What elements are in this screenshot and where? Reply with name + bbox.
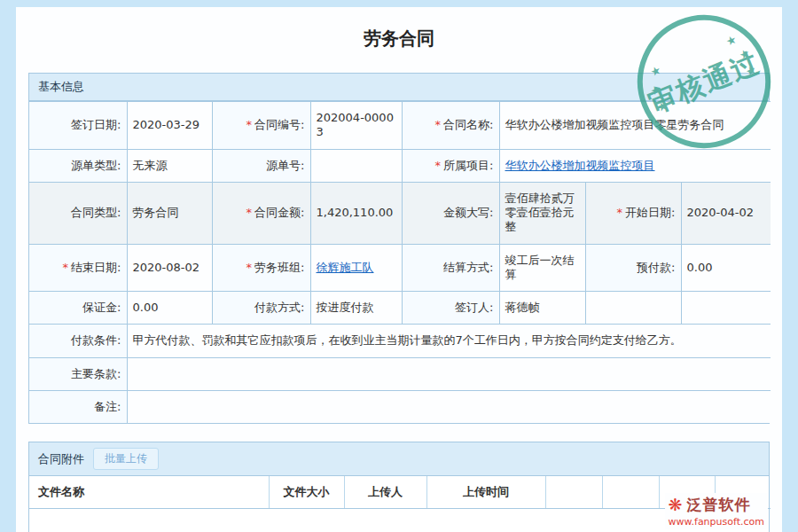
branding: ❋ 泛普软件 www.fanpusoft.com bbox=[665, 493, 768, 529]
end-date-value: 2020-08-02 bbox=[127, 244, 212, 292]
deposit-value: 0.00 bbox=[127, 292, 212, 325]
labor-team-label: *劳务班组: bbox=[212, 244, 310, 292]
settlement-label: 结算方式: bbox=[402, 244, 499, 292]
attachments-section: 合同附件 批量上传 文件名称 文件大小 上传人 上传时间 bbox=[28, 442, 770, 532]
required-asterisk: * bbox=[435, 118, 442, 131]
row-3: 合同类型: 劳务合同 *合同金额: 1,420,110.00 金额大写: 壹佰肆… bbox=[29, 182, 771, 244]
row-1: 签订日期: 2020-03-29 *合同编号: 202004-00003 *合同… bbox=[29, 102, 771, 150]
project-value: 华软办公楼增加视频监控项目 bbox=[499, 149, 771, 182]
source-type-label: 源单类型: bbox=[29, 149, 127, 182]
required-asterisk: * bbox=[617, 206, 623, 219]
signer-label: 签订人: bbox=[402, 292, 499, 325]
project-link[interactable]: 华软办公楼增加视频监控项目 bbox=[505, 159, 655, 172]
required-asterisk: * bbox=[246, 261, 253, 274]
deposit-label: 保证金: bbox=[29, 292, 127, 325]
row-5: 保证金: 0.00 付款方式: 按进度付款 签订人: 蒋德帧 bbox=[29, 292, 771, 325]
brand-url[interactable]: www.fanpusoft.com bbox=[669, 516, 764, 528]
required-asterisk: * bbox=[435, 159, 442, 172]
start-date-label: *开始日期: bbox=[585, 182, 681, 244]
basic-info-header: 基本信息 bbox=[29, 74, 769, 101]
empty-cell bbox=[585, 292, 681, 325]
remark-label: 备注: bbox=[29, 390, 127, 423]
attachments-table: 文件名称 文件大小 上传人 上传时间 bbox=[29, 476, 771, 509]
amount-caps-value: 壹佰肆拾贰万零壹佰壹拾元整 bbox=[499, 182, 585, 244]
contract-name-value: 华软办公楼增加视频监控项目零星劳务合同 bbox=[499, 102, 771, 150]
source-type-value: 无来源 bbox=[127, 149, 212, 182]
attach-col-uploader: 上传人 bbox=[344, 476, 426, 509]
basic-info-title: 基本信息 bbox=[38, 79, 84, 95]
empty-cell bbox=[681, 292, 771, 325]
labor-team-value: 徐辉施工队 bbox=[310, 244, 402, 292]
amount-caps-label: 金额大写: bbox=[402, 182, 499, 244]
attach-col-empty bbox=[545, 476, 602, 509]
prepayment-value: 0.00 bbox=[681, 244, 771, 292]
main-clauses-value bbox=[127, 357, 771, 390]
contract-type-label: 合同类型: bbox=[29, 182, 127, 244]
content-panel: 劳务合同 ★ ★ ★ ★ ★ ★ 审核通过 基本信息 签订日期: 2020-03… bbox=[16, 7, 782, 532]
attachments-empty-body bbox=[29, 509, 769, 532]
start-date-value: 2020-04-02 bbox=[681, 182, 771, 244]
pay-terms-label: 付款条件: bbox=[29, 325, 127, 357]
source-no-value bbox=[310, 149, 402, 182]
basic-info-table: 签订日期: 2020-03-29 *合同编号: 202004-00003 *合同… bbox=[29, 101, 771, 423]
required-asterisk: * bbox=[63, 261, 69, 274]
page-title: 劳务合同 bbox=[28, 7, 770, 55]
project-label: *所属项目: bbox=[402, 149, 499, 182]
prepayment-label: 预付款: bbox=[585, 244, 681, 292]
required-asterisk: * bbox=[246, 118, 253, 131]
sign-date-value: 2020-03-29 bbox=[127, 102, 212, 150]
brand-row: ❋ 泛普软件 bbox=[669, 495, 764, 515]
attach-col-filename: 文件名称 bbox=[29, 476, 269, 509]
row-8: 备注: bbox=[29, 390, 771, 423]
source-no-label: 源单号: bbox=[212, 149, 310, 182]
brand-name: 泛普软件 bbox=[686, 495, 750, 515]
settlement-value: 竣工后一次结算 bbox=[499, 244, 585, 292]
remark-value bbox=[127, 390, 771, 423]
fanpu-logo-icon: ❋ bbox=[669, 497, 683, 513]
main-clauses-label: 主要条款: bbox=[29, 357, 127, 390]
amount-label: *合同金额: bbox=[212, 182, 310, 244]
row-2: 源单类型: 无来源 源单号: *所属项目: 华软办公楼增加视频监控项目 bbox=[29, 149, 771, 182]
pay-terms-value: 甲方代付款、罚款和其它应扣款项后，在收到业主当期计量款的7个工作日内，甲方按合同… bbox=[127, 325, 771, 357]
batch-upload-button[interactable]: 批量上传 bbox=[93, 448, 159, 470]
amount-value: 1,420,110.00 bbox=[310, 182, 402, 244]
attach-col-filesize: 文件大小 bbox=[269, 476, 344, 509]
required-asterisk: * bbox=[246, 206, 253, 219]
row-6: 付款条件: 甲方代付款、罚款和其它应扣款项后，在收到业主当期计量款的7个工作日内… bbox=[29, 325, 771, 357]
attachments-title: 合同附件 bbox=[38, 451, 84, 467]
signer-value: 蒋德帧 bbox=[499, 292, 585, 325]
contract-type-value: 劳务合同 bbox=[127, 182, 212, 244]
pay-method-value: 按进度付款 bbox=[310, 292, 402, 325]
contract-no-value: 202004-00003 bbox=[310, 102, 402, 150]
sign-date-label: 签订日期: bbox=[29, 102, 127, 150]
attachments-header: 合同附件 批量上传 bbox=[29, 442, 769, 476]
row-4: *结束日期: 2020-08-02 *劳务班组: 徐辉施工队 结算方式: 竣工后… bbox=[29, 244, 771, 292]
pay-method-label: 付款方式: bbox=[212, 292, 310, 325]
attach-col-uploadtime: 上传时间 bbox=[426, 476, 545, 509]
end-date-label: *结束日期: bbox=[29, 244, 127, 292]
contract-no-label: *合同编号: bbox=[212, 102, 310, 150]
attachments-header-row: 文件名称 文件大小 上传人 上传时间 bbox=[29, 476, 771, 509]
row-7: 主要条款: bbox=[29, 357, 771, 390]
basic-info-section: 基本信息 签订日期: 2020-03-29 *合同编号: 202004-0000… bbox=[28, 73, 770, 424]
labor-team-link[interactable]: 徐辉施工队 bbox=[317, 261, 374, 274]
attach-col-empty bbox=[602, 476, 659, 509]
contract-name-label: *合同名称: bbox=[402, 102, 499, 150]
